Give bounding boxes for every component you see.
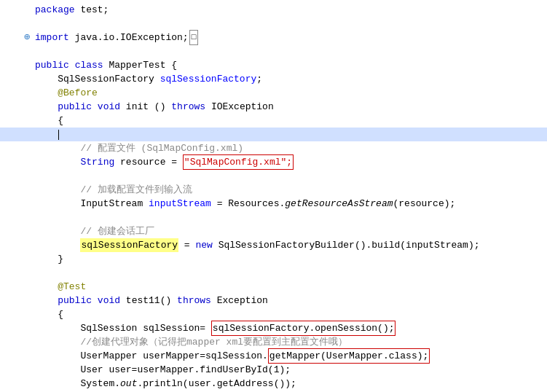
method-getresource: getResourceAsStream	[285, 197, 393, 211]
line-2	[0, 17, 547, 31]
kw-public: public	[35, 58, 69, 72]
kw-class: class	[75, 58, 103, 72]
kw-public3: public	[58, 294, 92, 307]
kw-void1: void	[98, 100, 120, 114]
class-name: MapperTest {	[103, 58, 177, 72]
line-content: }	[32, 252, 547, 266]
line-9: {	[0, 114, 547, 128]
line-gutter	[0, 183, 22, 197]
kw-public2: public	[58, 100, 92, 114]
line-content: import java.io.IOException;□	[32, 31, 547, 44]
line-content: UserMapper userMapper=sqlSession.getMapp…	[32, 349, 547, 363]
line-marker	[22, 141, 32, 155]
line-4	[0, 44, 547, 58]
line-1: package test;	[0, 3, 547, 17]
line-content: public void test11() throws Exception	[32, 294, 547, 307]
line-content: public class MapperTest {	[32, 58, 547, 72]
ioexception: IOException	[205, 100, 274, 114]
kw-throws2: throws	[177, 294, 211, 307]
void1	[92, 100, 98, 114]
test-indent	[35, 294, 58, 307]
line-gutter	[0, 169, 22, 183]
line-content	[32, 17, 547, 31]
factory-var: sqlSessionFactory	[80, 238, 178, 252]
session-indent: SqlSession sqlSession=	[35, 321, 211, 335]
line-content: @Test	[32, 280, 547, 294]
line-20	[0, 266, 547, 280]
kw-string: String	[80, 155, 114, 169]
line-gutter	[0, 44, 22, 58]
test11-name: test11()	[120, 294, 177, 307]
pkg-name: test;	[75, 3, 109, 17]
session-factory-boxed: sqlSessionFactory.openSession();	[211, 321, 396, 336]
line-gutter	[0, 211, 22, 224]
line-content	[32, 169, 547, 183]
cursor-indent	[35, 128, 58, 141]
line-6: SqlSessionFactory sqlSessionFactory;	[0, 72, 547, 86]
annot-test: @Test	[35, 280, 86, 294]
line-gutter	[0, 100, 22, 114]
init-name: init ()	[120, 100, 171, 114]
line-18: sqlSessionFactory = new SqlSessionFactor…	[0, 238, 547, 252]
line-marker	[22, 377, 32, 391]
line-gutter	[0, 197, 22, 211]
resource-arg: (resource);	[393, 197, 456, 211]
init-sig	[35, 100, 58, 114]
comment-2: // 加载配置文件到输入流	[35, 183, 192, 197]
line-gutter	[0, 238, 22, 252]
line-content: //创建代理对象（记得把mapper xml要配置到主配置文件哦）	[32, 335, 547, 349]
println-call: .println(user.getAddress());	[137, 377, 296, 391]
line-content: // 配置文件 (SqlMapConfig.xml)	[32, 141, 547, 155]
line-content: InputStream inputStream = Resources.getR…	[32, 197, 547, 211]
factory-builder: SqlSessionFactoryBuilder().build(inputSt…	[213, 238, 480, 252]
annot-before: @Before	[35, 86, 98, 100]
line-26: UserMapper userMapper=sqlSession.getMapp…	[0, 349, 547, 363]
line-gutter	[0, 321, 22, 335]
getmapper-boxed: getMapper(UserMapper.class);	[268, 348, 430, 364]
line-gutter	[0, 86, 22, 100]
line-15: InputStream inputStream = Resources.getR…	[0, 197, 547, 211]
user-line: User user=userMapper.findUserById(1);	[35, 363, 291, 377]
line-marker	[22, 294, 32, 307]
text-cursor	[58, 130, 59, 140]
line-content: // 加载配置文件到输入流	[32, 183, 547, 197]
line-marker	[22, 280, 32, 294]
line-content: @Before	[32, 86, 547, 100]
line-gutter	[0, 224, 22, 238]
code-lines: package test; ⊕ import java.io.IOExcepti…	[0, 0, 547, 392]
field-decl: SqlSessionFactory	[35, 72, 160, 86]
line-marker	[22, 211, 32, 224]
line-gutter	[0, 377, 22, 391]
line-25: //创建代理对象（记得把mapper xml要配置到主配置文件哦）	[0, 335, 547, 349]
field-var: sqlSessionFactory	[160, 72, 257, 86]
string-sqlmap: "SqlMapConfig.xml";	[183, 154, 294, 170]
line-gutter	[0, 141, 22, 155]
line-gutter	[0, 155, 22, 169]
import-name: java.io.IOException;	[69, 31, 189, 44]
out-method: out	[120, 377, 137, 391]
close-brace1: }	[35, 252, 63, 266]
line-gutter	[0, 58, 22, 72]
line-content: String resource = "SqlMapConfig.xml";	[32, 155, 547, 169]
line-content: package test;	[32, 3, 547, 17]
line-11: // 配置文件 (SqlMapConfig.xml)	[0, 141, 547, 155]
line-content: public void init () throws IOException	[32, 100, 547, 114]
line-marker	[22, 44, 32, 58]
line-gutter	[0, 128, 22, 141]
line-22: public void test11() throws Exception	[0, 294, 547, 307]
line-gutter	[0, 31, 22, 44]
line-marker	[22, 238, 32, 252]
line-marker	[22, 321, 32, 335]
kw-new1: new	[195, 238, 212, 252]
line-content: {	[32, 114, 547, 128]
line-marker	[22, 3, 32, 17]
line-marker	[22, 86, 32, 100]
line-content: sqlSessionFactory = new SqlSessionFactor…	[32, 238, 547, 252]
line-marker	[22, 252, 32, 266]
line-gutter	[0, 252, 22, 266]
line-content	[32, 44, 547, 58]
resource-var: resource =	[114, 155, 183, 169]
field-semi: ;	[256, 72, 262, 86]
line-content: {	[32, 307, 547, 321]
str-type	[35, 155, 80, 169]
